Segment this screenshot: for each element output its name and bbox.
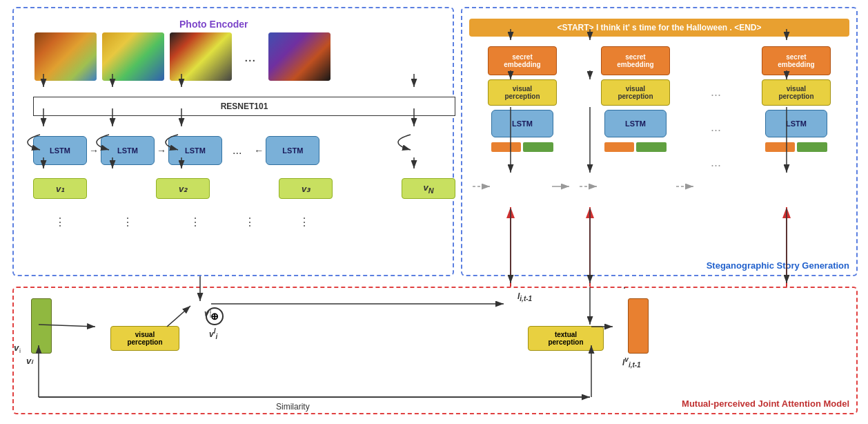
sg-col-2: secret embedding visual perception LSTM [598,46,673,152]
attention-box: vᵢ visual perception ⊕ vli li,t-1 textua… [12,287,858,414]
vl-label: vli [209,327,217,340]
token-row: <START> I think it' s time for the Hallo… [469,19,849,37]
story-gen-box: <START> I think it' s time for the Hallo… [461,7,858,276]
below-v-dots: ⋮ ⋮ ⋮ ⋮ ⋮ [33,215,455,229]
lb-orange-last [765,142,796,152]
encoder-lstm-2: LSTM [101,136,155,165]
sg-lstm-label-2: LSTM [625,119,646,128]
lstm-arrow-2: → [155,145,168,156]
images-row: ... [34,32,455,81]
v1-label: v₁ [56,184,64,194]
secret-emb-last: secret embedding [762,46,831,75]
lstm-label-2: LSTM [117,146,138,155]
lb-green-last [797,142,827,152]
lstm-arrow-last: ← [252,145,266,156]
sg-dots-bot: ··· [711,158,721,173]
v2-box: v₂ [156,178,210,199]
lb-orange-2 [604,142,635,152]
v-labels-row: v₁ v₂ v₃ vN [33,178,455,199]
attention-label: Mutual-perceived Joint Attention Model [682,398,849,409]
attn-vperc-label: visual perception [127,331,162,346]
photo-4 [268,32,331,81]
encoder-lstm-row: LSTM → LSTM → LSTM ... ← LSTM [33,136,455,165]
sg-lstm-label-1: LSTM [512,119,533,128]
secret-emb-1: secret embedding [488,46,557,75]
lv-label: lvi,t-1 [622,356,641,369]
sg-lstm-1: LSTM [491,110,553,137]
visual-perc-last: visual perception [762,79,831,106]
encoder-lstm-1: LSTM [33,136,87,165]
lb-green-2 [636,142,667,152]
encoder-lstm-3: LSTM [168,136,222,165]
se-label-1: secret embedding [504,53,540,68]
attn-vperc-box: visual perception [110,326,179,351]
lstm-dots: ... [222,144,252,157]
lstm-label-3: LSTM [185,146,206,155]
photo-4-placeholder [268,32,331,81]
attn-tperc-label: textual perception [548,331,583,346]
attn-tperc-box: textual perception [528,326,604,351]
v3-label: v₃ [302,184,310,194]
vi-label: vᵢ [26,356,32,366]
sg-col-1: secret embedding visual perception LSTM [484,46,560,152]
resnet-box: RESNET101 [33,97,455,116]
vp-label-last: visual perception [778,85,813,100]
v2-label: v₂ [179,184,187,194]
sg-lstm-label-last: LSTM [786,119,807,128]
v3-box: v₃ [279,178,333,199]
main-container: Photo Encoder ... RESNET101 LSTM [0,0,868,424]
photo-3-placeholder [170,32,232,81]
photo-2 [102,32,164,81]
vp-label-1: visual perception [504,85,540,100]
secret-emb-2: secret embedding [601,46,670,75]
lstm-label-1: LSTM [50,146,70,155]
plus-symbol: ⊕ [210,311,219,322]
visual-perc-1: visual perception [488,79,557,106]
vp-label-2: visual perception [618,85,653,100]
se-label-last: secret embedding [778,53,814,68]
photo-2-placeholder [102,32,164,81]
images-dots: ... [237,49,263,65]
sg-lstm-2: LSTM [604,110,667,137]
sg-lstm-bottom-2 [604,142,667,152]
lb-green-1 [523,142,553,152]
lb-orange-1 [491,142,522,152]
sg-lstm-last: LSTM [765,110,827,137]
encoder-lstm-last: LSTM [266,136,319,165]
sg-dots-top: ··· [711,88,721,102]
visual-perc-2: visual perception [601,79,670,106]
photo-encoder-box: Photo Encoder ... RESNET101 LSTM [12,7,454,276]
vi-box [31,298,52,354]
sg-lstm-bottom-1 [491,142,553,152]
plus-circle: ⊕ [206,307,224,325]
sg-dots-col: ··· ··· ··· [711,88,721,173]
similarity-label: Similarity [276,402,310,412]
photo-1 [34,32,97,81]
lstm-arrow-1: → [87,145,101,156]
l-orange-box [628,298,649,354]
story-gen-label: Steganographic Story Generation [707,260,849,271]
se-label-2: secret embedding [617,53,653,68]
token-row-text: <START> I think it' s time for the Hallo… [557,23,761,32]
v1-box: v₁ [33,178,87,199]
resnet-label: RESNET101 [221,102,268,111]
sg-columns: secret embedding visual perception LSTM … [466,46,853,173]
sg-col-last: secret embedding visual perception LSTM [758,46,834,152]
photo-encoder-label: Photo Encoder [179,19,248,30]
sg-lstm-bottom-last [765,142,827,152]
photo-1-placeholder [34,32,97,81]
lstm-label-last: LSTM [282,146,303,155]
li-label: li,t-1 [517,291,532,302]
sg-dots-mid: ··· [711,123,721,137]
vN-label: vN [423,182,433,195]
vN-box: vN [402,178,455,199]
photo-3 [170,32,232,81]
